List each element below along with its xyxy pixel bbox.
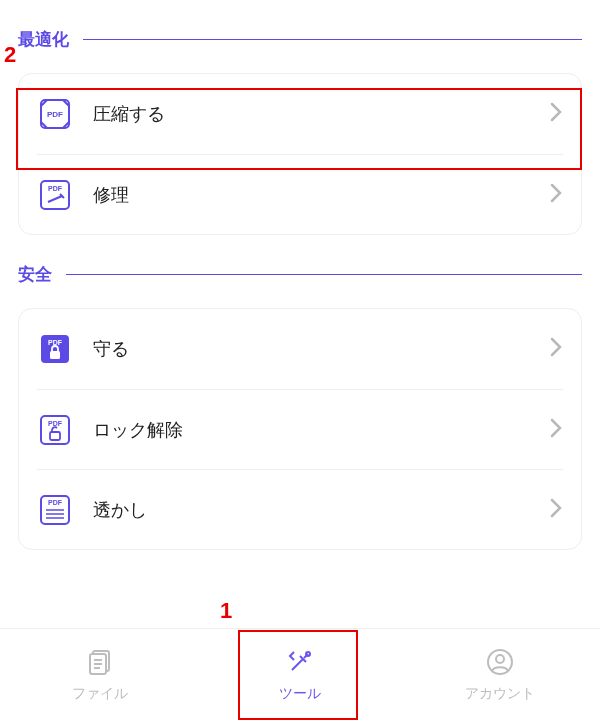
section-divider xyxy=(66,274,582,275)
tab-files-label: ファイル xyxy=(72,685,128,703)
chevron-right-icon xyxy=(549,497,563,523)
svg-text:PDF: PDF xyxy=(48,339,63,346)
section-title-security: 安全 xyxy=(18,263,52,286)
pdf-compress-icon: PDF xyxy=(37,96,73,132)
row-repair-label: 修理 xyxy=(93,183,549,207)
svg-text:PDF: PDF xyxy=(47,110,63,119)
tab-account-label: アカウント xyxy=(465,685,535,703)
annotation-1: 1 xyxy=(220,598,232,624)
row-watermark-label: 透かし xyxy=(93,498,549,522)
pdf-repair-icon: PDF xyxy=(37,177,73,213)
security-card: PDF 守る PDF ロック解除 xyxy=(18,308,582,550)
tab-tools[interactable]: ツール xyxy=(200,629,400,720)
tab-tools-label: ツール xyxy=(279,685,321,703)
chevron-right-icon xyxy=(549,417,563,443)
svg-rect-6 xyxy=(50,351,60,359)
row-protect[interactable]: PDF 守る xyxy=(37,309,563,389)
annotation-2: 2 xyxy=(4,42,16,68)
row-unlock-label: ロック解除 xyxy=(93,418,549,442)
row-watermark[interactable]: PDF 透かし xyxy=(37,469,563,549)
section-divider xyxy=(83,39,582,40)
optimize-card: PDF 圧縮する PDF 修理 xyxy=(18,73,582,235)
section-title-optimize: 最適化 xyxy=(18,28,69,51)
chevron-right-icon xyxy=(549,336,563,362)
row-protect-label: 守る xyxy=(93,337,549,361)
row-unlock[interactable]: PDF ロック解除 xyxy=(37,389,563,469)
tools-icon xyxy=(285,647,315,681)
pdf-unlock-icon: PDF xyxy=(37,412,73,448)
row-compress[interactable]: PDF 圧縮する xyxy=(37,74,563,154)
section-header-optimize: 最適化 xyxy=(18,28,582,51)
svg-rect-9 xyxy=(50,432,60,440)
svg-text:PDF: PDF xyxy=(48,499,63,506)
row-repair[interactable]: PDF 修理 xyxy=(37,154,563,234)
files-icon xyxy=(85,647,115,681)
tab-files[interactable]: ファイル xyxy=(0,629,200,720)
section-header-security: 安全 xyxy=(18,263,582,286)
svg-text:PDF: PDF xyxy=(48,185,63,192)
chevron-right-icon xyxy=(549,182,563,208)
row-compress-label: 圧縮する xyxy=(93,102,549,126)
account-icon xyxy=(485,647,515,681)
tab-account[interactable]: アカウント xyxy=(400,629,600,720)
svg-point-22 xyxy=(496,655,504,663)
pdf-lock-icon: PDF xyxy=(37,331,73,367)
svg-text:PDF: PDF xyxy=(48,420,63,427)
tab-bar: ファイル ツール アカウント xyxy=(0,628,600,720)
chevron-right-icon xyxy=(549,101,563,127)
pdf-watermark-icon: PDF xyxy=(37,492,73,528)
